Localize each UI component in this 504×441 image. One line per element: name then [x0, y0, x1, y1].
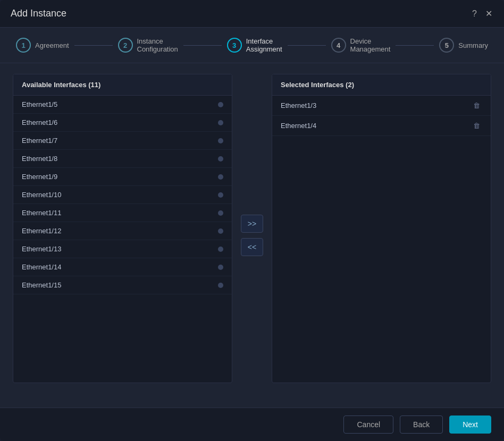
- interface-name: Ethernet1/10: [22, 191, 61, 199]
- item-dot-icon: [218, 102, 223, 107]
- connector-4-5: [396, 45, 434, 46]
- cancel-button[interactable]: Cancel: [343, 415, 393, 434]
- step-5: 5 Summary: [439, 38, 488, 53]
- item-dot-icon: [218, 210, 223, 216]
- step-1: 1 Agreement: [16, 38, 69, 53]
- remove-all-icon: <<: [248, 243, 256, 251]
- list-item[interactable]: Ethernet1/10: [13, 186, 232, 204]
- list-item[interactable]: Ethernet1/7: [13, 132, 232, 150]
- connector-3-4: [288, 45, 326, 46]
- list-item[interactable]: Ethernet1/3 🗑: [272, 96, 491, 116]
- modal-container: Add Instance ? ✕ 1 Agreement 2 InstanceC…: [0, 0, 504, 441]
- selected-panel-header: Selected Interfaces (2): [272, 74, 491, 96]
- interface-name: Ethernet1/14: [22, 263, 61, 271]
- available-panel-header: Available Interfaces (11): [13, 74, 232, 96]
- item-dot-icon: [218, 247, 223, 252]
- add-all-button[interactable]: >>: [241, 215, 263, 233]
- list-item[interactable]: Ethernet1/5: [13, 96, 232, 114]
- header-icons: ? ✕: [471, 7, 493, 20]
- remove-all-button[interactable]: <<: [241, 238, 263, 256]
- connector-1-2: [74, 45, 113, 46]
- modal-body: Available Interfaces (11) Ethernet1/5 Et…: [0, 63, 504, 408]
- panels-row: Available Interfaces (11) Ethernet1/5 Et…: [13, 74, 491, 397]
- selected-interfaces-panel: Selected Interfaces (2) Ethernet1/3 🗑 Et…: [272, 74, 491, 383]
- item-dot-icon: [218, 120, 223, 125]
- close-icon: ✕: [485, 9, 492, 18]
- step-label-1: Agreement: [35, 41, 69, 49]
- item-dot-icon: [218, 156, 223, 162]
- list-item[interactable]: Ethernet1/6: [13, 114, 232, 132]
- step-label-2: InstanceConfiguration: [137, 37, 178, 53]
- item-dot-icon: [218, 138, 223, 143]
- list-item[interactable]: Ethernet1/9: [13, 168, 232, 186]
- step-circle-4: 4: [331, 38, 346, 53]
- list-item[interactable]: Ethernet1/13: [13, 240, 232, 258]
- connector-2-3: [183, 45, 222, 46]
- interface-name: Ethernet1/9: [22, 173, 57, 181]
- interface-name: Ethernet1/6: [22, 118, 57, 126]
- item-dot-icon: [218, 265, 223, 270]
- list-item[interactable]: Ethernet1/4 🗑: [272, 116, 491, 136]
- next-button[interactable]: Next: [449, 415, 491, 434]
- interface-name: Ethernet1/4: [281, 122, 316, 130]
- add-all-icon: >>: [248, 219, 256, 228]
- item-dot-icon: [218, 192, 223, 198]
- list-item[interactable]: Ethernet1/11: [13, 204, 232, 222]
- remove-item-button[interactable]: 🗑: [471, 100, 482, 111]
- interface-name: Ethernet1/11: [22, 209, 61, 217]
- close-button[interactable]: ✕: [484, 7, 493, 20]
- item-dot-icon: [218, 283, 223, 288]
- stepper: 1 Agreement 2 InstanceConfiguration 3 In…: [0, 28, 504, 63]
- step-circle-3: 3: [227, 38, 242, 53]
- interface-name: Ethernet1/5: [22, 100, 57, 108]
- step-label-5: Summary: [458, 41, 488, 49]
- help-button[interactable]: ?: [471, 8, 478, 20]
- remove-item-button[interactable]: 🗑: [471, 121, 482, 131]
- step-circle-2: 2: [118, 38, 133, 53]
- selected-panel-list[interactable]: Ethernet1/3 🗑 Ethernet1/4 🗑: [272, 96, 491, 383]
- interface-name: Ethernet1/3: [281, 101, 316, 109]
- list-item[interactable]: Ethernet1/8: [13, 150, 232, 168]
- step-label-4: DeviceManagement: [350, 37, 391, 53]
- list-item[interactable]: Ethernet1/12: [13, 222, 232, 240]
- step-circle-5: 5: [439, 38, 454, 53]
- list-item[interactable]: Ethernet1/15: [13, 276, 232, 294]
- interface-name: Ethernet1/8: [22, 155, 57, 163]
- interface-name: Ethernet1/12: [22, 227, 61, 235]
- item-dot-icon: [218, 228, 223, 234]
- step-3: 3 InterfaceAssignment: [227, 37, 282, 53]
- list-item[interactable]: Ethernet1/14: [13, 258, 232, 276]
- modal-header: Add Instance ? ✕: [0, 0, 504, 28]
- step-circle-1: 1: [16, 38, 31, 53]
- modal-footer: Cancel Back Next: [0, 408, 504, 441]
- step-2: 2 InstanceConfiguration: [118, 37, 178, 53]
- back-button[interactable]: Back: [400, 415, 443, 434]
- interface-name: Ethernet1/7: [22, 137, 57, 145]
- transfer-column: >> <<: [232, 215, 272, 256]
- available-panel-list[interactable]: Ethernet1/5 Ethernet1/6 Ethernet1/7 Ethe…: [13, 96, 232, 383]
- item-dot-icon: [218, 174, 223, 180]
- interface-name: Ethernet1/15: [22, 281, 61, 289]
- step-4: 4 DeviceManagement: [331, 37, 391, 53]
- step-label-3: InterfaceAssignment: [246, 37, 282, 53]
- help-icon: ?: [472, 9, 477, 18]
- modal-title: Add Instance: [11, 8, 66, 19]
- interface-name: Ethernet1/13: [22, 245, 61, 253]
- available-interfaces-panel: Available Interfaces (11) Ethernet1/5 Et…: [13, 74, 232, 383]
